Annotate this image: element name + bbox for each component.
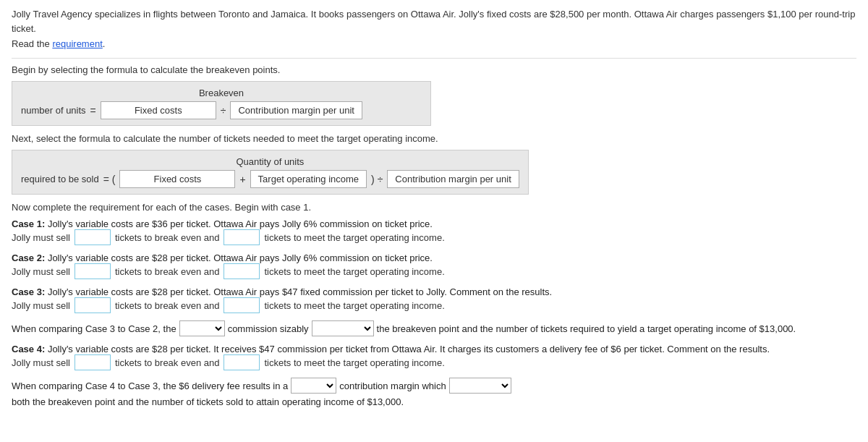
- case1-target-label: tickets to meet the target operating inc…: [264, 232, 444, 243]
- case1-section: Case 1: Jolly's variable costs are $36 p…: [12, 218, 856, 245]
- case4-label: Case 4:: [12, 344, 45, 354]
- formula-op-2a: +: [239, 174, 245, 185]
- case2-section: Case 2: Jolly's variable costs are $28 p…: [12, 252, 856, 279]
- case1-title-para: Case 1: Jolly's variable costs are $36 p…: [12, 218, 856, 229]
- case3-label: Case 3:: [12, 286, 45, 297]
- step1-instruction: Begin by selecting the formula to calcul…: [12, 64, 856, 75]
- formula-cell-contribution-2[interactable]: Contribution margin per unit: [387, 170, 519, 188]
- formula-label-2: required to be sold: [21, 174, 99, 184]
- case2-target-label: tickets to meet the target operating inc…: [264, 266, 444, 277]
- case1-jolly-label: Jolly must sell: [12, 232, 70, 243]
- case2-break-even-input[interactable]: [75, 263, 111, 279]
- case3-description: Jolly's variable costs are $28 per ticke…: [48, 286, 552, 297]
- case3-jolly-row: Jolly must sell tickets to break even an…: [12, 297, 856, 313]
- case2-label: Case 2:: [12, 252, 45, 263]
- formula-cell-fixed-costs-2[interactable]: Fixed costs: [119, 170, 235, 188]
- case4-dropdown-1[interactable]: higher lower: [291, 378, 336, 394]
- case4-compare-prefix: When comparing Case 4 to Case 3, the $6 …: [12, 381, 288, 391]
- formula-title-1a: Breakeven: [21, 88, 422, 98]
- case1-label: Case 1:: [12, 218, 45, 229]
- case4-section: Case 4: Jolly's variable costs are $28 p…: [12, 344, 856, 407]
- case3-break-even-input[interactable]: [75, 297, 111, 313]
- case2-break-even-label: tickets to break even and: [115, 266, 220, 277]
- case3-compare-prefix: When comparing Case 3 to Case 2, the: [12, 323, 176, 334]
- case2-title-para: Case 2: Jolly's variable costs are $28 p…: [12, 252, 856, 263]
- case4-jolly-label: Jolly must sell: [12, 357, 70, 368]
- case4-compare-row: When comparing Case 4 to Case 3, the $6 …: [12, 378, 856, 407]
- case3-dropdown-2[interactable]: increases decreases: [312, 320, 374, 336]
- case3-compare-row: When comparing Case 3 to Case 2, the hig…: [12, 320, 856, 336]
- case3-jolly-label: Jolly must sell: [12, 300, 70, 311]
- case1-description: Jolly's variable costs are $36 per ticke…: [48, 218, 433, 229]
- case3-compare-suffix: the breakeven point and the number of ti…: [377, 323, 796, 334]
- formula-op-1: ÷: [221, 105, 226, 116]
- case1-break-even-input[interactable]: [75, 229, 111, 245]
- case2-jolly-label: Jolly must sell: [12, 266, 70, 277]
- case4-jolly-row: Jolly must sell tickets to break even an…: [12, 354, 856, 370]
- case4-break-even-label: tickets to break even and: [115, 357, 220, 368]
- case2-description: Jolly's variable costs are $28 per ticke…: [48, 252, 433, 263]
- formula-op-2b: ) ÷: [371, 174, 383, 185]
- case3-target-label: tickets to meet the target operating inc…: [264, 300, 444, 311]
- case4-break-even-input[interactable]: [75, 354, 111, 370]
- case3-break-even-label: tickets to break even and: [115, 300, 220, 311]
- formula-box-2: Quantity of units required to be sold = …: [12, 150, 529, 195]
- formula-cell-contribution-1[interactable]: Contribution margin per unit: [230, 101, 362, 119]
- formula-equals-1: =: [90, 105, 96, 116]
- formula-title-2a: Quantity of units: [21, 156, 519, 167]
- case4-target-label: tickets to meet the target operating inc…: [264, 357, 444, 368]
- case3-title-para: Case 3: Jolly's variable costs are $28 p…: [12, 286, 856, 297]
- formula-cell-target-income[interactable]: Target operating income: [250, 170, 367, 188]
- divider1: [12, 58, 856, 59]
- formula-box-1: Breakeven number of units = Fixed costs …: [12, 81, 431, 126]
- case1-jolly-row: Jolly must sell tickets to break even an…: [12, 229, 856, 245]
- case3-dropdown-1[interactable]: higher lower: [179, 320, 225, 336]
- case1-break-even-label: tickets to break even and: [115, 232, 220, 243]
- step3-instruction: Now complete the requirement for each of…: [12, 202, 856, 213]
- intro-text: Jolly Travel Agency specializes in fligh…: [12, 7, 856, 35]
- case3-section: Case 3: Jolly's variable costs are $28 p…: [12, 286, 856, 336]
- case4-target-input[interactable]: [224, 354, 260, 370]
- formula-row-2: required to be sold = ( Fixed costs + Ta…: [21, 170, 519, 188]
- case3-compare-middle: commission sizably: [228, 323, 309, 334]
- read-line: Read the requirement.: [12, 38, 856, 49]
- case2-jolly-row: Jolly must sell tickets to break even an…: [12, 263, 856, 279]
- case4-compare-suffix: both the breakeven point and the number …: [12, 396, 404, 407]
- formula-equals-2: = (: [103, 174, 116, 185]
- requirement-link[interactable]: requirement: [52, 38, 102, 49]
- case4-title-para: Case 4: Jolly's variable costs are $28 p…: [12, 344, 856, 354]
- read-label: Read the: [12, 38, 50, 49]
- formula-cell-fixed-costs-1[interactable]: Fixed costs: [101, 101, 216, 119]
- case4-compare-middle: contribution margin which: [339, 381, 446, 391]
- case1-target-input[interactable]: [224, 229, 260, 245]
- case3-target-input[interactable]: [224, 297, 260, 313]
- case4-description: Jolly's variable costs are $28 per ticke…: [48, 344, 770, 354]
- formula-label-1: number of units: [21, 105, 86, 116]
- case2-target-input[interactable]: [224, 263, 260, 279]
- period: .: [103, 38, 106, 49]
- step2-instruction: Next, select the formula to calculate th…: [12, 133, 856, 144]
- case4-dropdown-2[interactable]: increases decreases lowers reduces: [449, 378, 511, 394]
- formula-row-1: number of units = Fixed costs ÷ Contribu…: [21, 101, 422, 119]
